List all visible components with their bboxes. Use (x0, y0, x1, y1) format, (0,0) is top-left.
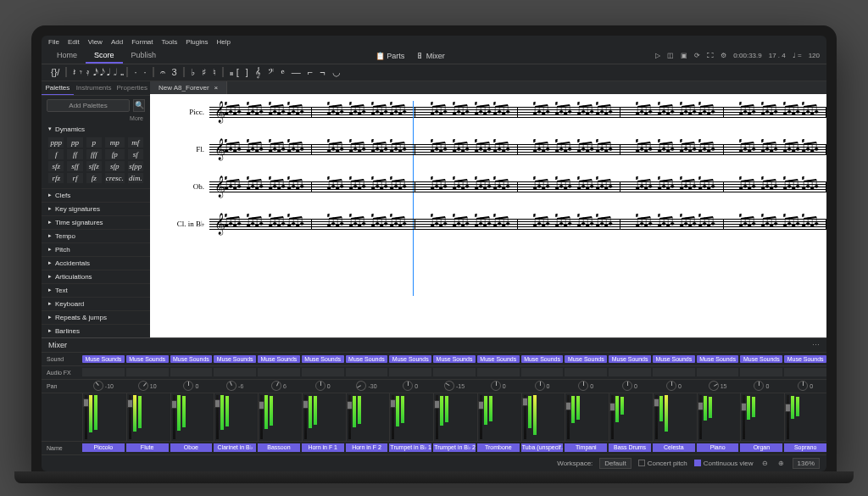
track-name[interactable]: Piano (697, 443, 739, 452)
note-tool-1[interactable]: 𝄽 (72, 67, 74, 78)
fader-handle[interactable] (171, 400, 177, 409)
fader-handle[interactable] (434, 400, 440, 409)
sound-slot[interactable]: Muse Sounds (258, 355, 300, 363)
pan-knob[interactable] (442, 381, 456, 391)
fx-slot[interactable] (784, 368, 826, 376)
tab-home[interactable]: Home (48, 48, 86, 64)
note-tool-2[interactable]: 𝄾 (79, 67, 81, 78)
mixer-menu-icon[interactable]: ⋯ (812, 341, 820, 349)
sound-slot[interactable]: Muse Sounds (82, 355, 125, 363)
sound-slot[interactable]: Muse Sounds (214, 355, 256, 363)
pan-knob[interactable] (798, 381, 808, 391)
playhead[interactable] (413, 101, 414, 296)
dynamic-ff[interactable]: ff (67, 149, 82, 159)
pan-knob[interactable] (225, 381, 238, 391)
palette-keyboard[interactable]: Keyboard (42, 297, 150, 310)
note-tool-16[interactable]: 𝅝𝅝 (229, 67, 231, 78)
note-tool-6[interactable]: 𝅘𝅥 (106, 67, 108, 78)
dynamic-sffz[interactable]: sffz (86, 161, 102, 171)
track-name[interactable]: Clarinet in B♭ (214, 443, 256, 452)
note-tool-18[interactable]: ] (245, 67, 249, 77)
note-tool-14[interactable]: ♯ (201, 67, 207, 78)
dynamic-fff[interactable]: fff (86, 149, 102, 159)
dynamic-cresc.[interactable]: cresc. (105, 173, 125, 183)
menu-add[interactable]: Add (111, 38, 123, 46)
fx-slot[interactable] (433, 368, 476, 376)
track-name[interactable]: Bassoon (258, 443, 300, 452)
fader-handle[interactable] (347, 401, 353, 410)
pan-knob[interactable] (666, 381, 676, 391)
track-name[interactable]: Trombone (477, 443, 520, 452)
menu-help[interactable]: Help (216, 38, 230, 46)
transport-icon-3[interactable]: ⟳ (694, 52, 700, 59)
fx-slot[interactable] (170, 368, 213, 376)
tab-score[interactable]: Score (86, 48, 123, 64)
document-tab[interactable]: New A8_Forever× (150, 81, 227, 94)
palette-accidentals[interactable]: Accidentals (42, 256, 150, 270)
sound-slot[interactable]: Muse Sounds (433, 355, 476, 363)
pan-knob[interactable] (183, 381, 193, 391)
note-tool-3[interactable]: 𝄿 (86, 67, 87, 78)
zoom-out-icon[interactable]: ⊖ (760, 460, 770, 467)
palette-repeats-&-jumps[interactable]: Repeats & jumps (42, 310, 150, 324)
fx-slot[interactable] (521, 368, 564, 376)
workspace-select[interactable]: Default (599, 458, 631, 469)
fader-handle[interactable] (741, 403, 747, 411)
sound-slot[interactable]: Muse Sounds (346, 355, 388, 363)
note-tool-15[interactable]: ♮ (212, 67, 217, 78)
sound-slot[interactable]: Muse Sounds (170, 355, 213, 363)
track-name[interactable]: Piccolo (82, 443, 125, 452)
panel-tab-palettes[interactable]: Palettes (42, 81, 74, 95)
menu-plugins[interactable]: Plugins (186, 38, 208, 46)
mixer-toggle[interactable]: 🎚 Mixer (416, 52, 445, 60)
fx-slot[interactable] (565, 368, 607, 376)
track-name[interactable]: Flute (126, 443, 169, 452)
transport-icon-0[interactable]: ▷ (655, 52, 660, 59)
staff[interactable]: 𝄞 ♯ ♯ ♯ ♯ ♯ ♯ ♯ ♯ ♯ ♯ ♯ ♯ ♯ ♯ ♯ ♯ ♯ ♯ ♯ … (209, 176, 826, 198)
sound-slot[interactable]: Muse Sounds (697, 355, 739, 363)
note-tool-21[interactable]: 𝄴 (280, 67, 286, 78)
menu-view[interactable]: View (88, 38, 103, 46)
pan-knob[interactable] (354, 381, 368, 391)
staff[interactable]: 𝄞 ♯ ♯ ♯ ♯ ♯ ♯ ♯ ♯ ♯ ♯ ♯ ♯ ♯ ♯ ♯ ♯ ♯ ♯ ♯ … (209, 101, 826, 123)
sound-slot[interactable]: Muse Sounds (302, 355, 344, 363)
note-tool-7[interactable]: 𝅗𝅥 (113, 67, 114, 78)
fader-handle[interactable] (259, 401, 264, 410)
sound-slot[interactable]: Muse Sounds (565, 355, 607, 363)
sound-slot[interactable]: Muse Sounds (389, 355, 431, 363)
dynamic-mf[interactable]: mf (128, 137, 143, 148)
fx-slot[interactable] (477, 368, 520, 376)
sound-slot[interactable]: Muse Sounds (126, 355, 169, 363)
pan-knob[interactable] (403, 381, 413, 391)
menu-file[interactable]: File (48, 38, 59, 46)
music-sheet[interactable]: Picc.𝄞 ♯ ♯ ♯ ♯ ♯ ♯ ♯ ♯ ♯ ♯ ♯ ♯ ♯ ♯ ♯ ♯ ♯… (150, 94, 826, 337)
dynamic-f[interactable]: f (48, 149, 64, 159)
dynamic-sfp[interactable]: sfp (105, 161, 125, 171)
palette-time-signatures[interactable]: Time signatures (42, 215, 150, 229)
fader-handle[interactable] (698, 402, 704, 410)
note-tool-5[interactable]: 𝅘𝅥𝅮 (99, 67, 101, 78)
fader-handle[interactable] (522, 398, 528, 406)
fader-handle[interactable] (390, 399, 396, 408)
dynamic-ppp[interactable]: ppp (48, 137, 64, 148)
tab-publish[interactable]: Publish (123, 48, 165, 64)
fader-handle[interactable] (83, 398, 89, 407)
pan-knob[interactable] (754, 381, 764, 391)
pan-knob[interactable] (91, 381, 105, 391)
dynamic-mp[interactable]: mp (105, 137, 125, 148)
view-select[interactable]: Continuous view (694, 460, 754, 467)
search-icon[interactable]: 🔍 (133, 99, 145, 112)
note-tool-8[interactable]: 𝅝 (120, 67, 121, 78)
dynamic-fz[interactable]: fz (86, 173, 102, 183)
sound-slot[interactable]: Muse Sounds (653, 355, 695, 363)
fx-slot[interactable] (214, 368, 256, 376)
track-name[interactable]: Oboe (170, 443, 213, 452)
palette-pitch[interactable]: Pitch (42, 242, 150, 256)
track-name[interactable]: Soprano (784, 443, 826, 452)
dynamic-rf[interactable]: rf (67, 173, 82, 183)
pan-knob[interactable] (315, 381, 326, 391)
palette-tempo[interactable]: Tempo (42, 229, 150, 242)
dynamic-fp[interactable]: fp (105, 149, 125, 159)
fx-slot[interactable] (609, 368, 651, 376)
palette-header-dynamics[interactable]: Dynamics (42, 123, 150, 136)
